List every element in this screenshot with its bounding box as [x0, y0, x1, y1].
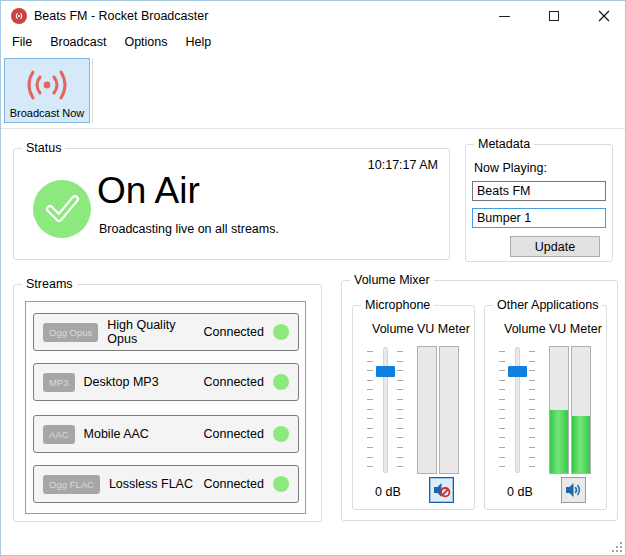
vu-bar-right — [571, 346, 591, 474]
menu-broadcast[interactable]: Broadcast — [41, 31, 115, 56]
maximize-icon — [549, 11, 559, 21]
streams-panel: Ogg Opus High Quality Opus Connected MP3… — [25, 301, 306, 514]
app-window: Beats FM - Rocket Broadcaster File Broad… — [0, 0, 626, 556]
stream-row-aac[interactable]: AAC Mobile AAC Connected — [33, 415, 299, 453]
status-group-label: Status — [22, 141, 65, 155]
mic-vu-meter — [417, 346, 459, 474]
track-title-input[interactable] — [472, 208, 606, 228]
apps-vu-meter — [549, 346, 591, 474]
other-apps-label: Other Applications — [493, 298, 602, 312]
microphone-channel-group: Microphone Volume VU Meter 0 dB — [352, 305, 475, 510]
codec-badge: MP3 — [43, 373, 75, 392]
toolbar: Broadcast Now — [1, 56, 625, 129]
stream-name: Lossless FLAC — [109, 477, 193, 491]
connected-indicator-icon — [273, 476, 289, 492]
menu-options[interactable]: Options — [115, 31, 176, 56]
slider-ticks-right — [397, 351, 403, 467]
slider-ticks-left — [499, 351, 505, 467]
broadcast-glyph — [13, 11, 25, 21]
stream-name: High Quality Opus — [107, 318, 203, 346]
station-name-input[interactable] — [472, 181, 606, 201]
volume-mixer-group: Volume Mixer Microphone Volume VU Meter … — [341, 280, 618, 521]
maximize-button[interactable] — [537, 1, 571, 31]
broadcast-now-label: Broadcast Now — [10, 107, 85, 119]
menu-bar: File Broadcast Options Help — [1, 31, 625, 56]
stream-name: Desktop MP3 — [84, 375, 159, 389]
vu-meter-label: VU Meter — [417, 322, 470, 336]
volume-label: Volume — [504, 322, 546, 336]
other-apps-channel-group: Other Applications Volume VU Meter 0 dB — [484, 305, 607, 510]
volume-mixer-label: Volume Mixer — [350, 273, 434, 287]
title-bar: Beats FM - Rocket Broadcaster — [1, 1, 625, 31]
stream-row-flac[interactable]: Ogg FLAC Lossless FLAC Connected — [33, 465, 299, 503]
apps-mute-button[interactable] — [561, 477, 586, 503]
codec-badge: Ogg Opus — [43, 323, 98, 342]
codec-badge: AAC — [43, 425, 75, 444]
vu-bar-left — [549, 346, 569, 474]
stream-row-mp3[interactable]: MP3 Desktop MP3 Connected — [33, 363, 299, 401]
minimize-button[interactable] — [487, 1, 521, 31]
volume-label: Volume — [372, 322, 414, 336]
on-air-headline: On Air — [97, 170, 200, 212]
speaker-muted-icon — [433, 482, 451, 498]
status-group: Status 10:17:17 AM On Air Broadcasting l… — [13, 148, 450, 260]
broadcast-icon — [23, 68, 71, 105]
clock-text: 10:17:17 AM — [368, 158, 438, 172]
metadata-group-label: Metadata — [474, 137, 534, 151]
microphone-label: Microphone — [361, 298, 434, 312]
menu-file[interactable]: File — [3, 31, 41, 56]
stream-row-opus[interactable]: Ogg Opus High Quality Opus Connected — [33, 313, 299, 351]
mic-volume-slider-handle[interactable] — [376, 366, 395, 377]
connected-indicator-icon — [273, 426, 289, 442]
vu-fill-left — [550, 410, 568, 473]
speaker-on-icon — [565, 482, 583, 498]
update-button[interactable]: Update — [510, 236, 600, 257]
minimize-icon — [499, 16, 510, 17]
codec-badge: Ogg FLAC — [43, 475, 100, 494]
metadata-group: Metadata Now Playing: Update — [465, 144, 613, 262]
slider-ticks-left — [367, 351, 373, 467]
stream-name: Mobile AAC — [84, 427, 149, 441]
toolbar-separator — [92, 58, 93, 123]
streams-group: Streams Ogg Opus High Quality Opus Conne… — [13, 284, 322, 522]
stream-status: Connected — [204, 325, 264, 339]
now-playing-label: Now Playing: — [474, 161, 547, 175]
connected-indicator-icon — [273, 374, 289, 390]
streams-group-label: Streams — [22, 277, 77, 291]
mic-mute-button[interactable] — [429, 477, 454, 503]
slider-ticks-right — [529, 351, 535, 467]
status-subtext: Broadcasting live on all streams. — [99, 222, 279, 236]
broadcast-now-button[interactable]: Broadcast Now — [4, 58, 90, 123]
close-icon — [598, 10, 610, 22]
app-icon — [11, 8, 27, 24]
connected-indicator-icon — [273, 324, 289, 340]
close-button[interactable] — [587, 1, 621, 31]
resize-grip[interactable] — [612, 542, 622, 552]
vu-meter-label: VU Meter — [549, 322, 602, 336]
vu-bar-right — [439, 346, 459, 474]
vu-fill-right — [572, 416, 590, 473]
window-title: Beats FM - Rocket Broadcaster — [34, 9, 208, 23]
stream-status: Connected — [204, 427, 264, 441]
mic-db-label: 0 dB — [375, 485, 401, 499]
menu-help[interactable]: Help — [177, 31, 221, 56]
apps-volume-slider-handle[interactable] — [508, 366, 527, 377]
stream-status: Connected — [204, 477, 264, 491]
on-air-check-icon — [33, 180, 91, 238]
apps-db-label: 0 dB — [507, 485, 533, 499]
stream-status: Connected — [204, 375, 264, 389]
vu-bar-left — [417, 346, 437, 474]
